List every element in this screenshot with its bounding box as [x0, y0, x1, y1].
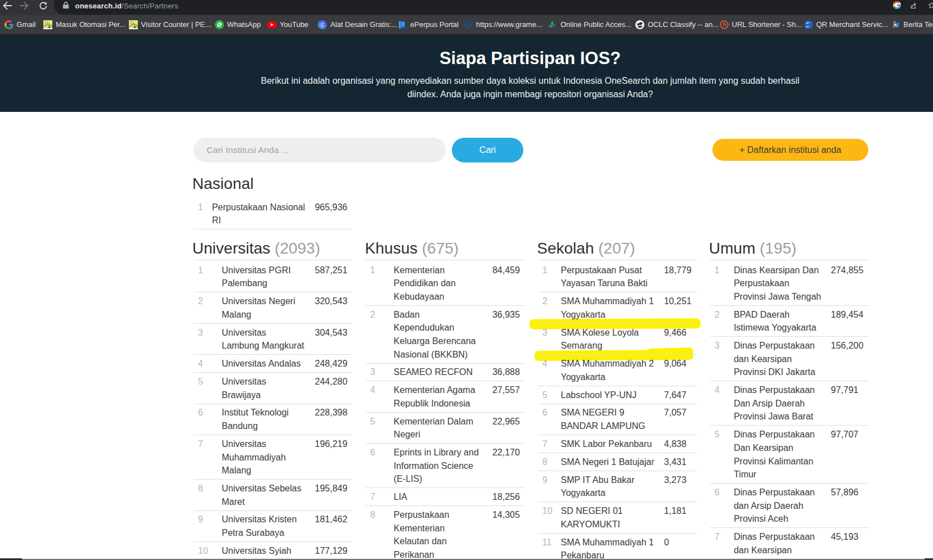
svg-text:K: K: [894, 22, 897, 28]
